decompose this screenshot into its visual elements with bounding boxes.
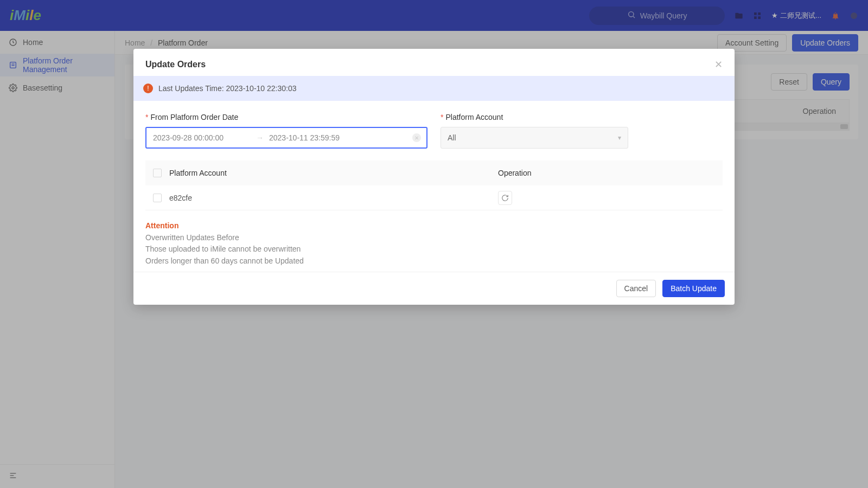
col-operation: Operation bbox=[498, 169, 715, 177]
alert-icon: ! bbox=[143, 84, 153, 93]
cancel-button[interactable]: Cancel bbox=[616, 280, 656, 297]
modal-overlay: Update Orders ✕ ! Last Updates Time: 202… bbox=[0, 0, 868, 488]
modal-title: Update Orders bbox=[145, 60, 206, 69]
modal-close-button[interactable]: ✕ bbox=[714, 59, 723, 70]
platform-account-label: *Platform Account bbox=[441, 113, 723, 121]
update-orders-modal: Update Orders ✕ ! Last Updates Time: 202… bbox=[133, 49, 735, 305]
attention-line: Those uploaded to iMile cannot be overwr… bbox=[145, 243, 723, 255]
date-from-input[interactable] bbox=[153, 133, 251, 142]
attention-line: Orders longer than 60 days cannot be Upd… bbox=[145, 255, 723, 267]
last-update-prefix: Last Updates Time: bbox=[158, 84, 226, 93]
batch-update-button[interactable]: Batch Update bbox=[662, 280, 725, 297]
date-range-label: *From Platform Order Date bbox=[145, 113, 427, 121]
platform-account-select[interactable]: All ▾ bbox=[441, 127, 628, 149]
row-checkbox[interactable] bbox=[153, 194, 162, 202]
platform-account-value: All bbox=[448, 133, 456, 142]
date-range-input[interactable]: → ✕ bbox=[145, 127, 427, 149]
date-to-input[interactable] bbox=[269, 133, 367, 142]
clear-icon[interactable]: ✕ bbox=[412, 133, 421, 142]
attention-block: Attention Overwritten Updates Before Tho… bbox=[145, 220, 723, 267]
row-account: e82cfe bbox=[169, 194, 490, 202]
select-all-checkbox[interactable] bbox=[153, 169, 162, 177]
attention-title: Attention bbox=[145, 220, 723, 232]
arrow-right-icon: → bbox=[256, 133, 264, 142]
last-update-time: 2023-10-10 22:30:03 bbox=[226, 84, 297, 93]
row-refresh-button[interactable] bbox=[498, 191, 512, 205]
col-platform-account: Platform Account bbox=[169, 169, 490, 177]
attention-line: Overwritten Updates Before bbox=[145, 232, 723, 244]
chevron-down-icon: ▾ bbox=[618, 134, 621, 142]
accounts-table-header: Platform Account Operation bbox=[145, 160, 723, 185]
last-update-banner: ! Last Updates Time: 2023-10-10 22:30:03 bbox=[133, 76, 735, 101]
table-row: e82cfe bbox=[145, 185, 723, 210]
